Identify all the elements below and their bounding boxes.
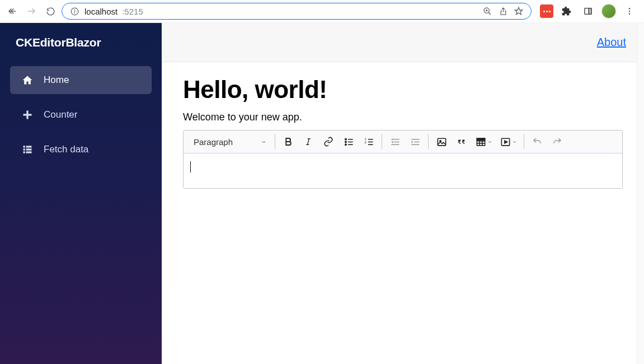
undo-button[interactable] — [530, 134, 544, 149]
profile-avatar[interactable] — [601, 4, 616, 18]
svg-rect-23 — [26, 148, 32, 150]
sidebar-item-fetch[interactable]: Fetch data — [10, 136, 152, 164]
redo-button[interactable] — [550, 134, 565, 149]
page-content: Hello, world! Welcome to your new app. P… — [162, 62, 644, 200]
svg-rect-53 — [477, 138, 485, 140]
sidebar: CKEditorBlazor Home Counter Fetch data — [0, 23, 162, 364]
link-button[interactable] — [321, 134, 336, 149]
bookmark-star-icon[interactable] — [513, 7, 524, 16]
zoom-icon[interactable] — [482, 7, 493, 16]
reload-button[interactable] — [43, 3, 58, 19]
editor-content-area[interactable] — [183, 153, 623, 189]
svg-rect-22 — [23, 148, 25, 150]
app-root: CKEditorBlazor Home Counter Fetch data — [0, 23, 644, 364]
url-host: localhost — [84, 7, 117, 16]
svg-rect-46 — [438, 138, 445, 146]
panel-icon[interactable] — [580, 3, 596, 19]
svg-rect-20 — [23, 146, 25, 147]
svg-text:2: 2 — [364, 140, 366, 143]
about-link[interactable]: About — [597, 36, 626, 49]
chevron-down-icon — [261, 139, 267, 145]
heading-dropdown-label: Paragraph — [194, 137, 233, 147]
plus-icon — [21, 109, 34, 120]
italic-button[interactable] — [301, 134, 316, 149]
browser-chrome: localhost:5215 — [0, 0, 644, 23]
chrome-actions — [540, 3, 640, 19]
blockquote-button[interactable] — [454, 134, 469, 149]
outdent-button[interactable] — [388, 134, 402, 149]
numbered-list-button[interactable]: 12 — [361, 134, 376, 149]
media-button[interactable] — [499, 134, 518, 149]
svg-marker-11 — [515, 7, 522, 15]
svg-point-15 — [629, 8, 631, 10]
svg-point-16 — [629, 11, 631, 12]
svg-line-28 — [308, 139, 309, 145]
extensions-puzzle-icon[interactable] — [559, 3, 575, 19]
svg-rect-21 — [26, 146, 32, 147]
back-button[interactable] — [4, 3, 20, 19]
sidebar-item-label: Fetch data — [44, 144, 88, 155]
svg-point-17 — [629, 13, 631, 15]
welcome-text: Welcome to your new app. — [183, 111, 623, 123]
page-title: Hello, world! — [183, 76, 623, 104]
url-port: :5215 — [122, 7, 143, 16]
svg-point-5 — [74, 10, 75, 10]
chrome-menu-icon[interactable] — [622, 3, 637, 19]
svg-marker-55 — [505, 141, 507, 143]
text-caret — [190, 161, 191, 172]
svg-rect-19 — [23, 114, 32, 115]
sidebar-nav: Home Counter Fetch data — [0, 66, 162, 164]
editor-toolbar: Paragraph 12 — [184, 130, 622, 153]
app-title: CKEditorBlazor — [0, 23, 162, 66]
heading-dropdown[interactable]: Paragraph — [187, 133, 274, 151]
svg-rect-24 — [23, 151, 25, 153]
home-icon — [21, 74, 34, 86]
site-info-icon[interactable] — [69, 7, 80, 16]
bold-button[interactable] — [281, 134, 295, 149]
svg-line-7 — [488, 12, 491, 15]
sidebar-item-label: Home — [44, 74, 69, 86]
svg-point-30 — [345, 141, 346, 142]
sidebar-item-label: Counter — [44, 109, 77, 120]
indent-button[interactable] — [408, 134, 422, 149]
svg-point-31 — [345, 144, 346, 145]
forward-button[interactable] — [23, 3, 39, 19]
extension-icon[interactable] — [540, 4, 553, 18]
share-icon[interactable] — [497, 7, 509, 16]
sidebar-item-home[interactable]: Home — [10, 66, 152, 94]
bulleted-list-button[interactable] — [341, 134, 356, 149]
svg-point-29 — [345, 138, 346, 139]
ckeditor: Paragraph 12 — [183, 130, 623, 189]
chevron-down-icon — [512, 139, 517, 144]
sidebar-item-counter[interactable]: Counter — [10, 101, 152, 129]
svg-rect-14 — [589, 8, 591, 15]
list-icon — [21, 144, 34, 155]
topbar: About — [162, 23, 644, 62]
main-region: About Hello, world! Welcome to your new … — [162, 23, 644, 364]
chevron-down-icon — [487, 139, 492, 144]
page-scrollbar[interactable] — [637, 23, 644, 364]
table-button[interactable] — [474, 134, 493, 149]
image-button[interactable] — [434, 134, 449, 149]
svg-rect-25 — [26, 151, 32, 153]
omnibox[interactable]: localhost:5215 — [62, 3, 532, 20]
